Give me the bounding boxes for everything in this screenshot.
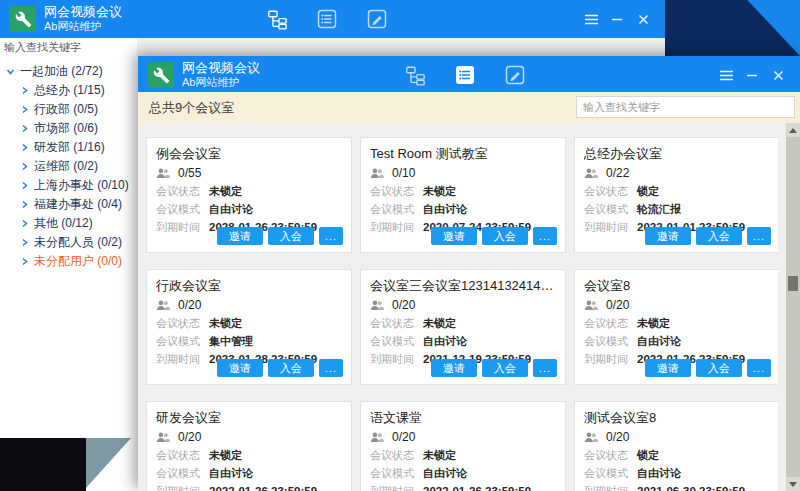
- sidebar-search-input[interactable]: [0, 38, 137, 56]
- join-button[interactable]: 入会: [696, 359, 742, 377]
- expire-label: 到期时间: [156, 220, 209, 234]
- edit-button[interactable]: [366, 8, 388, 30]
- sidebar-tree-item[interactable]: 市场部 (0/6): [6, 119, 138, 138]
- org-tree-view-button[interactable]: [266, 8, 288, 30]
- people-icon: [370, 167, 385, 179]
- org-tree-view-button[interactable]: [404, 64, 426, 86]
- more-button[interactable]: ...: [319, 227, 343, 245]
- scroll-up-button[interactable]: [786, 123, 800, 137]
- room-mode-row: 会议模式 自由讨论: [370, 466, 556, 480]
- join-button[interactable]: 入会: [268, 359, 314, 377]
- sidebar-tree-item[interactable]: 福建办事处 (0/4): [6, 195, 138, 214]
- room-card[interactable]: 总经办会议室 0/22 会议状态 锁定 会议模式 轮流汇报 到期时间 2022-…: [574, 137, 778, 253]
- back-window-titlebar[interactable]: 网会视频会议 Ab网站维护: [0, 0, 665, 38]
- room-capacity: 0/22: [606, 166, 629, 180]
- app-subtitle: Ab网站维护: [182, 76, 260, 89]
- invite-button[interactable]: 邀请: [431, 227, 477, 245]
- room-name: 会议室三会议室123141324141三会议室: [370, 278, 556, 294]
- more-button[interactable]: ...: [533, 227, 557, 245]
- sidebar-tree-item[interactable]: 总经办 (1/15): [6, 81, 138, 100]
- room-card[interactable]: 研发会议室 0/20 会议状态 未锁定 会议模式 自由讨论 到期时间 2022-…: [146, 401, 352, 491]
- chevron-down-icon: [6, 67, 15, 76]
- room-search-input[interactable]: [576, 96, 795, 118]
- room-card[interactable]: 例会会议室 0/55 会议状态 未锁定 会议模式 自由讨论 到期时间 2028-…: [146, 137, 352, 253]
- room-name: 总经办会议室: [584, 146, 770, 162]
- expire-value: 2022-01-26 23:59:59: [423, 484, 531, 491]
- room-capacity: 0/20: [606, 430, 629, 444]
- people-icon: [370, 431, 385, 443]
- close-button[interactable]: [770, 67, 786, 83]
- join-button[interactable]: 入会: [268, 227, 314, 245]
- chevron-right-icon: [20, 105, 29, 114]
- desktop-wallpaper-top-right: [665, 0, 800, 56]
- room-expire-row: 到期时间 2021-06-30 23:59:59: [584, 484, 770, 491]
- room-card[interactable]: 测试会议室8 0/20 会议状态 锁定 会议模式 自由讨论 到期时间 2021-…: [574, 401, 778, 491]
- status-value: 锁定: [637, 448, 659, 462]
- sidebar-tree-item[interactable]: 未分配人员 (0/2): [6, 233, 138, 252]
- room-list-view-button[interactable]: [316, 8, 338, 30]
- room-toolbar: 总共9个会议室: [138, 92, 800, 123]
- hamburger-icon: [719, 70, 734, 81]
- room-mode-row: 会议模式 自由讨论: [370, 202, 556, 216]
- room-card[interactable]: Test Room 测试教室 0/10 会议状态 未锁定 会议模式 自由讨论 到…: [360, 137, 566, 253]
- room-card[interactable]: 行政会议室 0/20 会议状态 未锁定 会议模式 集中管理 到期时间 2023-…: [146, 269, 352, 385]
- room-card[interactable]: 语文课堂 0/20 会议状态 未锁定 会议模式 自由讨论 到期时间 2022-0…: [360, 401, 566, 491]
- join-button[interactable]: 入会: [696, 227, 742, 245]
- room-list-view-button[interactable]: [454, 64, 476, 86]
- people-icon: [584, 299, 599, 311]
- invite-button[interactable]: 邀请: [645, 359, 691, 377]
- expire-label: 到期时间: [370, 484, 423, 491]
- expire-label: 到期时间: [584, 352, 637, 366]
- sidebar-tree-item[interactable]: 研发部 (1/16): [6, 138, 138, 157]
- invite-button[interactable]: 邀请: [645, 227, 691, 245]
- invite-button[interactable]: 邀请: [217, 359, 263, 377]
- room-name: 行政会议室: [156, 278, 342, 294]
- edit-button[interactable]: [504, 64, 526, 86]
- status-label: 会议状态: [156, 184, 209, 198]
- tree-item-label: 研发部 (1/16): [34, 139, 105, 156]
- status-value: 未锁定: [209, 448, 242, 462]
- invite-button[interactable]: 邀请: [431, 359, 477, 377]
- back-header-icons: [266, 8, 388, 30]
- invite-button[interactable]: 邀请: [217, 227, 263, 245]
- more-button[interactable]: ...: [533, 359, 557, 377]
- minimize-button[interactable]: [744, 67, 760, 83]
- room-mode-row: 会议模式 轮流汇报: [584, 202, 770, 216]
- menu-button[interactable]: [718, 67, 734, 83]
- hamburger-icon: [584, 14, 599, 25]
- room-status-row: 会议状态 锁定: [584, 448, 770, 462]
- minimize-icon: [611, 13, 623, 25]
- room-mode-row: 会议模式 自由讨论: [156, 202, 342, 216]
- sidebar-tree-item[interactable]: 运维部 (0/2): [6, 157, 138, 176]
- sidebar-tree-item[interactable]: 其他 (0/12): [6, 214, 138, 233]
- more-button[interactable]: ...: [747, 359, 771, 377]
- arrow-up-icon: [789, 128, 797, 133]
- tree-root-item[interactable]: 一起加油 (2/72): [6, 62, 138, 81]
- room-card[interactable]: 会议室三会议室123141324141三会议室 0/20 会议状态 未锁定 会议…: [360, 269, 566, 385]
- sidebar-tree-item[interactable]: 上海办事处 (0/10): [6, 176, 138, 195]
- wallpaper-black-area: [0, 438, 86, 491]
- minimize-button[interactable]: [609, 11, 625, 27]
- menu-button[interactable]: [583, 11, 599, 27]
- front-window-controls: [718, 67, 786, 83]
- front-window-titlebar[interactable]: 网会视频会议 Ab网站维护: [138, 56, 800, 92]
- app-logo: [10, 6, 36, 32]
- join-button[interactable]: 入会: [482, 359, 528, 377]
- more-button[interactable]: ...: [319, 359, 343, 377]
- sidebar-tree-item[interactable]: 行政部 (0/5): [6, 100, 138, 119]
- join-button[interactable]: 入会: [482, 227, 528, 245]
- room-capacity-row: 0/20: [156, 430, 342, 444]
- more-button[interactable]: ...: [747, 227, 771, 245]
- mode-label: 会议模式: [584, 334, 637, 348]
- scroll-down-button[interactable]: [786, 477, 800, 491]
- room-capacity: 0/20: [178, 298, 201, 312]
- sidebar-tree-item[interactable]: 未分配用户 (0/0): [6, 252, 138, 271]
- vertical-scrollbar[interactable]: [786, 123, 800, 491]
- room-card[interactable]: 会议室8 0/20 会议状态 未锁定 会议模式 自由讨论 到期时间 2022-0…: [574, 269, 778, 385]
- close-button[interactable]: [635, 11, 651, 27]
- people-icon: [156, 167, 171, 179]
- mode-label: 会议模式: [156, 334, 209, 348]
- back-window-titles: 网会视频会议 Ab网站维护: [44, 4, 122, 33]
- scrollbar-thumb[interactable]: [788, 276, 798, 291]
- mode-label: 会议模式: [156, 466, 209, 480]
